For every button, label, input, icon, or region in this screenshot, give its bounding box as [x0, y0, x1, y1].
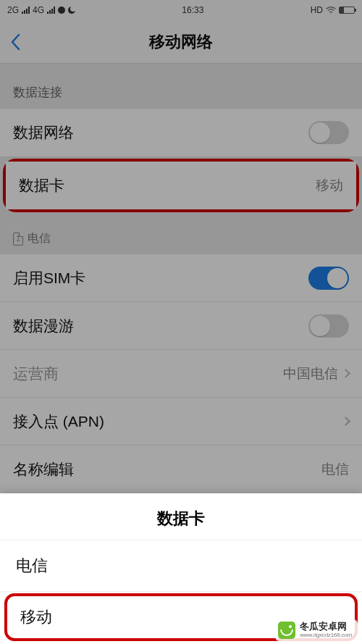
chevron-right-icon: [341, 417, 350, 426]
sim-carrier-header: 电信: [28, 231, 51, 246]
status-time: 16:33: [182, 5, 203, 15]
toggle-data-roaming[interactable]: [308, 314, 349, 338]
toggle-mobile-data[interactable]: [308, 121, 349, 144]
watermark-logo-icon: [278, 622, 295, 639]
wifi-icon: [326, 7, 336, 14]
row-value: 电信: [321, 460, 349, 479]
svg-point-0: [330, 12, 331, 13]
section-header-sim1: 1 电信: [0, 214, 362, 254]
row-label: 启用SIM卡: [13, 268, 85, 288]
signal-bars-icon: [22, 7, 30, 14]
toggle-enable-sim[interactable]: [308, 267, 349, 290]
signal-bars-icon: [47, 7, 55, 14]
row-value: 中国电信: [283, 364, 338, 383]
row-label: 运营商: [13, 364, 59, 384]
net-2g-label: 2G: [7, 5, 19, 15]
sim-card-icon: 1: [13, 233, 23, 246]
status-left: 2G 4G: [7, 5, 75, 15]
watermark-url: www.dgxcdz168.com: [300, 632, 352, 639]
net-4g-label: 4G: [33, 5, 44, 15]
circle-icon: [58, 7, 65, 14]
nav-bar: 移动网络: [0, 20, 362, 64]
chevron-left-icon: [10, 33, 20, 51]
row-label: 接入点 (APN): [13, 411, 104, 432]
row-label: 名称编辑: [13, 459, 74, 480]
row-label: 数据网络: [13, 122, 74, 143]
row-label: 数据卡: [19, 175, 64, 196]
watermark: 冬瓜安卓网 www.dgxcdz168.com: [275, 619, 358, 641]
page-title: 移动网络: [149, 31, 213, 53]
sheet-title: 数据卡: [0, 493, 362, 540]
row-apn[interactable]: 接入点 (APN): [0, 398, 362, 446]
row-mobile-data[interactable]: 数据网络: [0, 109, 362, 156]
hd-label: HD: [311, 5, 323, 15]
row-data-roaming[interactable]: 数据漫游: [0, 302, 362, 350]
row-value: 移动: [316, 176, 343, 195]
highlight-data-card-row: 数据卡 移动: [3, 159, 359, 212]
row-data-card[interactable]: 数据卡 移动: [6, 162, 356, 209]
moon-icon: [68, 7, 75, 14]
group-data-connection: 数据网络: [0, 108, 362, 157]
sheet-option-1[interactable]: 电信: [0, 540, 362, 592]
chevron-right-icon: [341, 369, 350, 378]
back-button[interactable]: [10, 28, 32, 57]
battery-icon: [339, 7, 355, 14]
status-bar: 2G 4G 16:33 HD: [0, 0, 362, 20]
row-label: 数据漫游: [13, 316, 74, 336]
status-right: HD: [311, 5, 355, 15]
watermark-name: 冬瓜安卓网: [300, 622, 352, 632]
section-header-data-connection: 数据连接: [0, 64, 362, 108]
row-carrier[interactable]: 运营商 中国电信: [0, 350, 362, 398]
row-name-edit[interactable]: 名称编辑 电信: [0, 446, 362, 493]
group-sim1: 启用SIM卡 数据漫游 运营商 中国电信 接入点 (APN) 名称编辑 电信: [0, 254, 362, 494]
row-enable-sim[interactable]: 启用SIM卡: [0, 254, 362, 302]
